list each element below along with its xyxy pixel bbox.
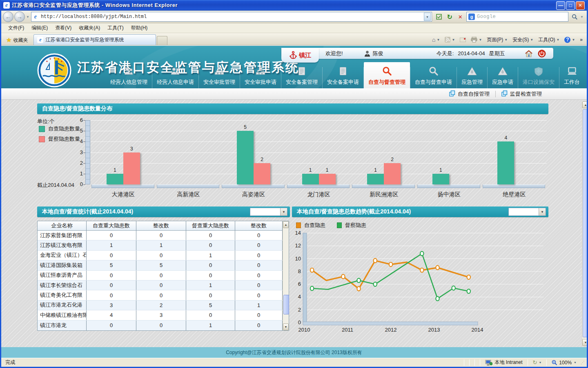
nav-item-1[interactable]: 经营人信息申请 <box>152 63 198 88</box>
tools-menu[interactable]: 工具(O)▼ <box>536 36 562 43</box>
bar-self-4[interactable] <box>367 174 384 184</box>
scroll-down-icon[interactable]: ▼ <box>283 323 289 330</box>
minimize-button[interactable]: — <box>556 1 565 10</box>
url-text[interactable]: http://localhost:8080/yjpt/Main.html <box>41 14 424 20</box>
table-row-0[interactable]: 江苏索普集团有限0000 <box>38 231 283 240</box>
safety-menu[interactable]: 安全(S)▼ <box>510 36 536 43</box>
nav-item-2[interactable]: 安全审批管理 <box>199 63 240 88</box>
page-menu[interactable]: 页面(P)▼ <box>484 36 510 43</box>
nav-item-11[interactable]: 工作台 <box>559 63 584 88</box>
table-row-9[interactable]: 镇江市港龙0010 <box>38 321 283 330</box>
nav-item-8[interactable]: 应急管理 <box>457 63 487 88</box>
trend-marker[interactable] <box>374 282 377 286</box>
protected-mode-button[interactable]: ↻ ▼ <box>530 359 544 366</box>
resize-grip[interactable]: ⋰ <box>581 360 585 365</box>
bar-super-2[interactable] <box>254 163 270 184</box>
table-row-6[interactable]: 镇江奇美化工有限0000 <box>38 290 283 300</box>
subnav-item-0[interactable]: 自查自报管理 <box>443 90 495 98</box>
nav-item-3[interactable]: 安全审批申请 <box>240 63 281 88</box>
menu-item-0[interactable]: 文件(F) <box>4 24 28 32</box>
menu-item-2[interactable]: 查看(V) <box>51 24 75 32</box>
logout-button[interactable] <box>538 49 546 58</box>
page-footer: Copyright@江苏省交通规划设计院股份有限公司 2013版权所有 <box>1 347 587 358</box>
bar-super-0[interactable] <box>123 153 140 185</box>
content-scroll-down-icon[interactable]: ▼ <box>582 339 587 346</box>
nav-item-10[interactable]: 港口设施保安 <box>518 63 559 88</box>
print-button[interactable]: ▼ <box>468 37 484 43</box>
nav-item-9[interactable]: 应急申请 <box>488 63 518 88</box>
mail-button[interactable] <box>457 38 468 42</box>
nav-item-5[interactable]: 安全备案申请 <box>323 63 363 88</box>
table-row-7[interactable]: 镇江市港龙石化港3251 <box>38 301 283 310</box>
table-row-8[interactable]: 中储粮镇江粮油有限4300 <box>38 310 283 320</box>
scroll-up-icon[interactable]: ▲ <box>283 221 289 228</box>
table-filter-select[interactable]: ▼ <box>250 208 287 216</box>
trend-marker[interactable] <box>310 286 314 290</box>
help-menu[interactable]: ?▼ <box>562 37 577 43</box>
search-dropdown-icon[interactable]: ▼ <box>580 15 584 19</box>
home-button[interactable]: ⌂▼ <box>430 36 442 43</box>
table-row-3[interactable]: 镇江港国际集装箱5500 <box>38 260 283 270</box>
nav-item-7[interactable]: 自查与督查申请 <box>410 63 457 88</box>
menu-item-1[interactable]: 编辑(E) <box>28 24 51 32</box>
trend-marker[interactable] <box>436 265 439 269</box>
bar-super-4[interactable] <box>384 163 401 184</box>
history-dropdown-icon[interactable]: ▼ <box>26 15 29 19</box>
search-input[interactable]: g Google <box>466 12 568 22</box>
content-scroll-thumb[interactable] <box>583 109 587 337</box>
trend-marker[interactable] <box>310 268 314 272</box>
table-row-4[interactable]: 镇江恒泰沥青产品0000 <box>38 271 283 280</box>
table-row-2[interactable]: 金海宏业（镇江）石0010 <box>38 251 283 260</box>
forward-button[interactable]: → <box>14 11 25 22</box>
table-row-5[interactable]: 镇江李长荣综合石0010 <box>38 280 283 290</box>
table-scrollbar[interactable]: ▲ ▼ <box>283 221 289 330</box>
content-scroll-up-icon[interactable]: ▲ <box>582 101 587 108</box>
search-button[interactable] <box>570 12 579 22</box>
feeds-button[interactable]: ▼ <box>442 37 457 43</box>
trend-marker[interactable] <box>389 263 392 267</box>
refresh-button[interactable]: ↻ <box>445 12 454 22</box>
home-shortcut[interactable] <box>525 50 533 57</box>
bar-self-5[interactable] <box>432 174 449 184</box>
table-row-1[interactable]: 江苏镇江发电有限1100 <box>38 240 283 250</box>
menu-item-4[interactable]: 工具(T) <box>104 24 127 32</box>
trend-marker[interactable] <box>420 251 423 256</box>
trend-marker[interactable] <box>467 275 470 279</box>
subnav-item-1[interactable]: 监督检查管理 <box>496 90 548 98</box>
content-scrollbar[interactable]: ▲ ▼ <box>582 101 587 346</box>
active-tab[interactable]: e 江苏省港口安全监管与应急管理系统 <box>33 34 156 45</box>
trend-marker[interactable] <box>341 274 345 278</box>
table-scroll-thumb[interactable] <box>283 295 289 314</box>
stop-button[interactable]: ✕ <box>455 12 465 22</box>
more-commands[interactable]: » <box>577 37 585 43</box>
menu-item-3[interactable]: 收藏夹(A) <box>75 24 104 32</box>
trend-marker[interactable] <box>357 287 360 291</box>
address-input[interactable]: e http://localhost:8080/yjpt/Main.html ▼ <box>31 12 432 22</box>
nav-item-4[interactable]: 安全备案管理 <box>281 63 322 88</box>
menu-item-5[interactable]: 帮助(H) <box>127 24 151 32</box>
trend-marker[interactable] <box>436 296 439 301</box>
trend-marker[interactable] <box>420 268 423 272</box>
maximize-button[interactable]: □ <box>566 1 575 10</box>
trend-marker[interactable] <box>452 286 455 290</box>
trend-marker[interactable] <box>374 258 377 263</box>
user-name[interactable]: 陈俊 <box>373 50 383 57</box>
bar-y-tick: 4 <box>74 138 83 144</box>
trend-marker[interactable] <box>467 289 470 293</box>
nav-item-0[interactable]: 经营人信息管理 <box>106 63 152 88</box>
bar-self-6[interactable] <box>497 141 514 184</box>
address-dropdown-icon[interactable]: ▼ <box>424 13 431 21</box>
bar-self-3[interactable] <box>302 174 319 184</box>
bar-super-3[interactable] <box>319 174 336 184</box>
trend-marker[interactable] <box>357 278 360 283</box>
nav-item-6[interactable]: 自查与督查管理 <box>364 62 410 88</box>
back-button[interactable]: ← <box>3 11 13 22</box>
compatibility-button[interactable] <box>434 12 444 22</box>
favorites-button[interactable]: ★ 收藏夹 <box>3 35 31 45</box>
close-button[interactable]: ✕ <box>576 1 585 10</box>
trend-filter-select[interactable]: ▼ <box>508 208 546 216</box>
new-tab-button[interactable] <box>157 36 167 45</box>
zoom-control[interactable]: 100% ▼ <box>549 360 579 366</box>
bar-self-2[interactable] <box>237 131 254 184</box>
bar-self-0[interactable] <box>107 174 123 184</box>
